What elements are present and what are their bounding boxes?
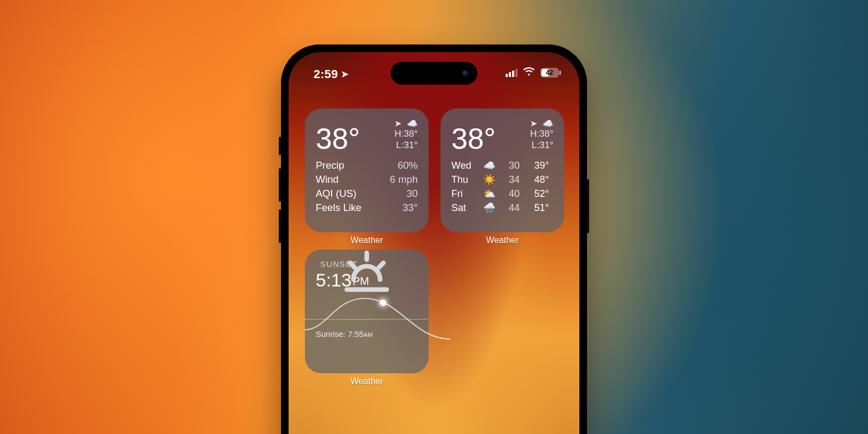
forecast-low: 30 [501, 160, 520, 171]
location-arrow-icon: ➤ [394, 118, 401, 127]
forecast-rows: Wed☁️3039° Thu☀️3448° Fri⛅4052° Sat🌧️445… [451, 158, 553, 215]
weather-details-rows: Precip60% Wind6 mph AQI (US)30 Feels Lik… [316, 158, 418, 215]
forecast-high: 39° [524, 160, 549, 171]
cloud-icon: ☁️ [542, 118, 553, 127]
detail-label: Feels Like [316, 202, 361, 214]
forecast-high: 48° [524, 174, 549, 186]
forecast-high: 52° [524, 188, 549, 200]
widget-label: Weather [305, 235, 429, 245]
detail-label: AQI (US) [316, 188, 356, 200]
sun-position-dot [380, 299, 386, 306]
forecast-low: 44 [501, 202, 520, 214]
promo-background: 2:59 ➤ 42 [0, 0, 868, 434]
widget-label: Weather [441, 235, 564, 245]
status-bar: 2:59 ➤ 42 [289, 64, 579, 84]
side-button-power [587, 179, 589, 233]
high-temp: H:38° [530, 128, 553, 139]
home-screen-widgets: ➤ ☁️ 38° H:38° L:31° Precip60% Wind6 mph [305, 108, 563, 391]
sun-curve: Sunrise: 7:55AM [316, 293, 418, 340]
forecast-day: Sat [451, 202, 477, 214]
location-icon: ➤ [341, 69, 348, 79]
sunrise-text: Sunrise: 7:55AM [316, 329, 373, 339]
detail-value: 30 [406, 188, 418, 200]
forecast-high: 51° [524, 202, 549, 214]
iphone-frame: 2:59 ➤ 42 [281, 44, 587, 434]
forecast-icon: ☀️ [482, 174, 497, 186]
forecast-icon: ☁️ [482, 159, 497, 171]
forecast-day: Fri [451, 188, 477, 200]
clock-text: 2:59 [314, 67, 338, 81]
weather-sunset-widget[interactable]: SUNSET 5:13PM Sunrise: 7:55AM [305, 250, 429, 373]
status-time: 2:59 ➤ [314, 67, 348, 81]
location-arrow-icon: ➤ [530, 118, 537, 127]
side-button-silent [279, 137, 281, 155]
forecast-low: 34 [501, 174, 520, 186]
weather-details-widget[interactable]: ➤ ☁️ 38° H:38° L:31° Precip60% Wind6 mph [305, 108, 429, 232]
weather-forecast-widget[interactable]: ➤ ☁️ 38° H:38° L:31° Wed☁️3039° Thu☀️344… [441, 108, 564, 232]
detail-value: 33° [403, 202, 418, 214]
cell-signal-icon [506, 69, 518, 77]
forecast-day: Wed [451, 160, 477, 171]
widget-label: Weather [305, 376, 429, 386]
detail-label: Precip [316, 159, 344, 171]
detail-label: Wind [316, 174, 339, 186]
low-temp: L:31° [394, 139, 418, 151]
side-button-volume-down [279, 209, 281, 243]
forecast-low: 40 [501, 188, 520, 200]
detail-value: 6 mph [390, 174, 418, 186]
battery-percent: 42 [546, 69, 553, 76]
forecast-icon: ⛅ [482, 188, 497, 200]
high-temp: H:38° [394, 128, 418, 139]
low-temp: L:31° [530, 139, 553, 151]
detail-value: 60% [398, 159, 418, 171]
battery-indicator: 42 [540, 68, 559, 78]
forecast-icon: 🌧️ [482, 202, 497, 214]
cloud-icon: ☁️ [407, 118, 418, 127]
wifi-icon [523, 67, 535, 78]
forecast-day: Thu [451, 174, 477, 186]
side-button-volume-up [279, 168, 281, 202]
iphone-screen[interactable]: 2:59 ➤ 42 [289, 52, 579, 434]
